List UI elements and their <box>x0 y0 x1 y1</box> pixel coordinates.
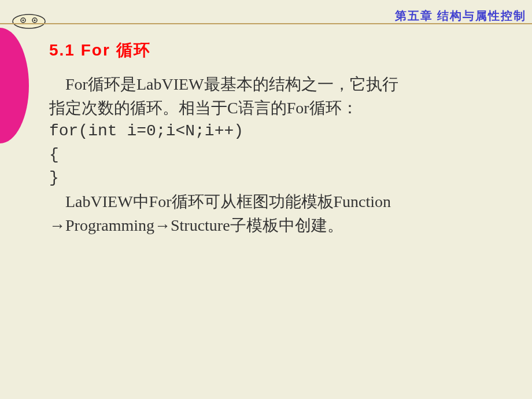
paragraph-line: →Programming→Structure子模板中创建。 <box>49 214 515 238</box>
paragraph-line: LabVIEW中For循环可从框图功能模板Function <box>49 190 515 214</box>
header-divider <box>0 23 532 24</box>
code-line: { <box>49 143 515 167</box>
body-text: For循环是LabVIEW最基本的结构之一，它执行 指定次数的循环。相当于C语言… <box>49 73 515 237</box>
code-line: } <box>49 167 515 190</box>
slide-content: 5.1 For 循环 For循环是LabVIEW最基本的结构之一，它执行 指定次… <box>0 28 532 237</box>
corner-decoration-icon <box>12 13 46 30</box>
code-line: for(int i=0;i<N;i++) <box>49 120 515 143</box>
paragraph-line: 指定次数的循环。相当于C语言的For循环： <box>49 97 515 120</box>
header-bar: 第五章 结构与属性控制 <box>0 0 532 28</box>
chapter-title: 第五章 结构与属性控制 <box>395 8 526 24</box>
svg-point-3 <box>23 20 24 21</box>
svg-point-0 <box>13 14 45 28</box>
section-title: 5.1 For 循环 <box>49 39 515 61</box>
paragraph-line: For循环是LabVIEW最基本的结构之一，它执行 <box>49 73 515 97</box>
svg-point-4 <box>34 20 36 21</box>
